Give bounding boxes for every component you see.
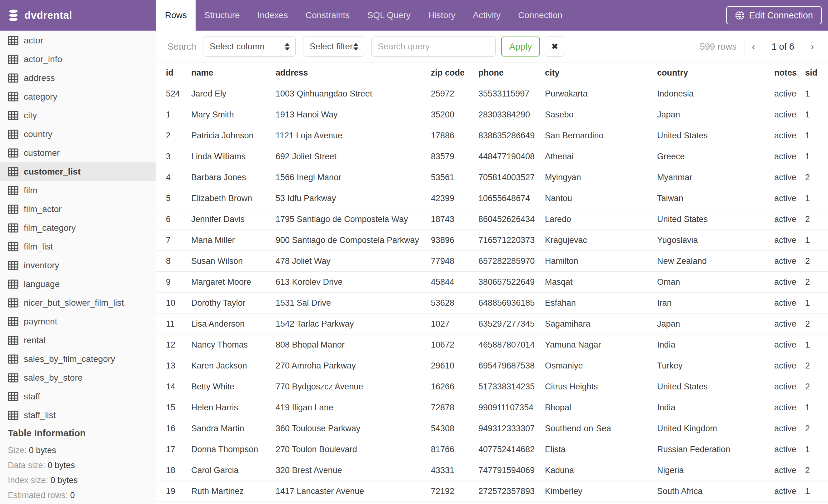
- clear-search-button[interactable]: ✖: [545, 37, 564, 56]
- sidebar-item-payment[interactable]: payment: [0, 312, 156, 331]
- table-row[interactable]: 6Jennifer Davis1795 Santiago de Composte…: [156, 209, 828, 230]
- search-query-input[interactable]: [371, 37, 496, 56]
- tab-connection[interactable]: Connection: [509, 0, 571, 31]
- sidebar-item-address[interactable]: address: [0, 69, 156, 87]
- column-header-phone[interactable]: phone: [479, 63, 545, 83]
- cell: 1542 Tarlac Parkway: [276, 314, 431, 334]
- sidebar-item-staff[interactable]: staff: [0, 387, 156, 406]
- sidebar-item-language[interactable]: language: [0, 275, 156, 293]
- table-row[interactable]: 2Patricia Johnson1121 Loja Avenue1788683…: [156, 125, 828, 146]
- table-row[interactable]: 524Jared Ely1003 Qinhuangdao Street25972…: [156, 83, 828, 104]
- sidebar-item-rental[interactable]: rental: [0, 331, 156, 350]
- sidebar-item-nicer_but_slower_film_list[interactable]: nicer_but_slower_film_list: [0, 293, 156, 312]
- column-header-id[interactable]: id: [156, 63, 191, 83]
- table-grid-icon: [8, 336, 18, 345]
- cell: 900 Santiago de Compostela Parkway: [276, 230, 431, 251]
- cell: 13: [156, 355, 191, 376]
- main-content: Search Select column Select filter Apply…: [156, 31, 828, 504]
- database-icon: [8, 9, 19, 22]
- tab-rows[interactable]: Rows: [156, 0, 196, 31]
- brand: dvdrental: [8, 0, 72, 31]
- sidebar-item-city[interactable]: city: [0, 106, 156, 125]
- tab-history[interactable]: History: [419, 0, 464, 31]
- cell: 43331: [431, 460, 479, 481]
- filter-select[interactable]: Select filter: [303, 37, 364, 56]
- table-name: payment: [24, 317, 57, 327]
- table-name: film: [24, 185, 38, 195]
- sidebar-item-category[interactable]: category: [0, 87, 156, 106]
- column-select[interactable]: Select column: [203, 37, 296, 56]
- cell: Osmaniye: [545, 355, 657, 376]
- sidebar-item-sales_by_film_category[interactable]: sales_by_film_category: [0, 350, 156, 368]
- sidebar-item-actor_info[interactable]: actor_info: [0, 50, 156, 69]
- cell: active: [774, 334, 805, 355]
- cell: 770 Bydgoszcz Avenue: [276, 376, 431, 397]
- sidebar-item-sales_by_store[interactable]: sales_by_store: [0, 368, 156, 387]
- cell: 77948: [431, 251, 479, 272]
- sidebar-item-customer[interactable]: customer: [0, 144, 156, 163]
- info-value: 0 bytes: [48, 461, 75, 470]
- table-row[interactable]: 8Susan Wilson478 Joliet Way7794865728228…: [156, 251, 828, 272]
- next-page-button[interactable]: ›: [804, 37, 821, 56]
- table-row[interactable]: 15Helen Harris419 Iligan Lane72878990911…: [156, 397, 828, 418]
- sidebar-item-country[interactable]: country: [0, 125, 156, 144]
- column-header-sid[interactable]: sid: [805, 63, 828, 83]
- select-arrows-icon: [285, 43, 290, 51]
- column-header-country[interactable]: country: [657, 63, 774, 83]
- sidebar-item-film_category[interactable]: film_category: [0, 219, 156, 237]
- cell: India: [657, 334, 774, 355]
- table-grid-icon: [8, 36, 18, 45]
- previous-page-button[interactable]: ‹: [745, 37, 762, 56]
- edit-connection-button[interactable]: Edit Connection: [726, 6, 822, 25]
- table-row[interactable]: 16Sandra Martin360 Toulouse Parkway54308…: [156, 418, 828, 439]
- sidebar-item-film[interactable]: film: [0, 181, 156, 200]
- table-row[interactable]: 7Maria Miller900 Santiago de Compostela …: [156, 230, 828, 251]
- column-header-address[interactable]: address: [276, 63, 431, 83]
- table-row[interactable]: 4Barbara Jones1566 Inegl Manor5356170581…: [156, 167, 828, 188]
- tab-activity[interactable]: Activity: [464, 0, 509, 31]
- table-row[interactable]: 19Ruth Martinez1417 Lancaster Avenue7219…: [156, 481, 828, 502]
- table-name: film_category: [24, 223, 76, 233]
- table-name: category: [24, 92, 57, 102]
- cell: 860452626434: [479, 209, 545, 230]
- tab-structure[interactable]: Structure: [196, 0, 249, 31]
- column-header-zip-code[interactable]: zip code: [431, 63, 479, 83]
- table-row[interactable]: 18Carol Garcia320 Brest Avenue4333174779…: [156, 460, 828, 481]
- table-row[interactable]: 1Mary Smith1913 Hanoi Way352002830338429…: [156, 104, 828, 125]
- column-header-notes[interactable]: notes: [774, 63, 805, 83]
- table-row[interactable]: 13Karen Jackson270 Amroha Parkway2961069…: [156, 355, 828, 376]
- tab-sql-query[interactable]: SQL Query: [358, 0, 419, 31]
- database-name: dvdrental: [25, 9, 72, 21]
- sidebar-item-customer_list[interactable]: customer_list: [0, 163, 156, 181]
- cell: 25972: [431, 83, 479, 104]
- table-list: actor actor_info address category: [0, 31, 156, 425]
- column-header-city[interactable]: city: [545, 63, 657, 83]
- table-row[interactable]: 17Donna Thompson270 Toulon Boulevard8176…: [156, 439, 828, 460]
- table-row[interactable]: 5Elizabeth Brown53 Idfu Parkway423991065…: [156, 188, 828, 209]
- cell: 18743: [431, 209, 479, 230]
- table-grid-icon: [8, 298, 18, 308]
- table-row[interactable]: 12Nancy Thomas808 Bhopal Manor1067246588…: [156, 334, 828, 355]
- table-row[interactable]: 14Betty White770 Bydgoszcz Avenue1626651…: [156, 376, 828, 397]
- sidebar-item-staff_list[interactable]: staff_list: [0, 406, 156, 425]
- sidebar-item-film_list[interactable]: film_list: [0, 237, 156, 256]
- table-grid-icon: [8, 355, 18, 364]
- table-row[interactable]: 9Margaret Moore613 Korolev Drive45844380…: [156, 272, 828, 292]
- apply-button[interactable]: Apply: [501, 37, 540, 56]
- table-row[interactable]: 3Linda Williams692 Joliet Street83579448…: [156, 146, 828, 167]
- row-count: 599 rows: [700, 42, 737, 52]
- table-row[interactable]: 10Dorothy Taylor1531 Sal Drive5362864885…: [156, 292, 828, 314]
- tab-indexes[interactable]: Indexes: [249, 0, 297, 31]
- table-row[interactable]: 11Lisa Anderson1542 Tarlac Parkway102763…: [156, 314, 828, 334]
- column-header-name[interactable]: name: [191, 63, 276, 83]
- table-name: country: [24, 129, 52, 139]
- tab-constraints[interactable]: Constraints: [297, 0, 359, 31]
- sidebar-item-inventory[interactable]: inventory: [0, 256, 156, 275]
- cell: Turkey: [657, 355, 774, 376]
- cell: 19: [156, 481, 191, 502]
- cell: 2: [805, 418, 828, 439]
- cell: 1: [805, 397, 828, 418]
- table-name: actor: [24, 36, 43, 46]
- sidebar-item-actor[interactable]: actor: [0, 31, 156, 50]
- sidebar-item-film_actor[interactable]: film_actor: [0, 200, 156, 219]
